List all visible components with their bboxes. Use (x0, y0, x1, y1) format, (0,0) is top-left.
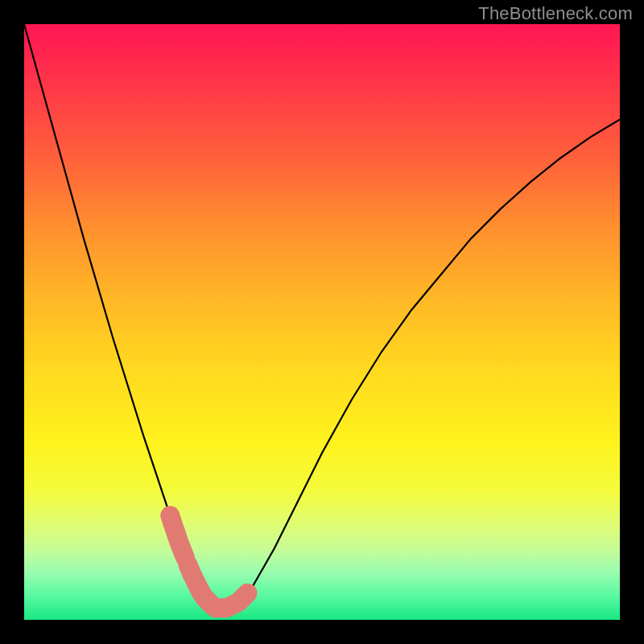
highlight-markers (170, 516, 247, 609)
chart-frame (24, 24, 620, 620)
bottleneck-curve (24, 24, 620, 608)
watermark-text: TheBottleneck.com (478, 3, 633, 24)
highlight-segment (170, 516, 185, 558)
highlight-segment (188, 565, 230, 609)
chart-svg (24, 24, 620, 620)
highlight-segment (233, 593, 248, 605)
